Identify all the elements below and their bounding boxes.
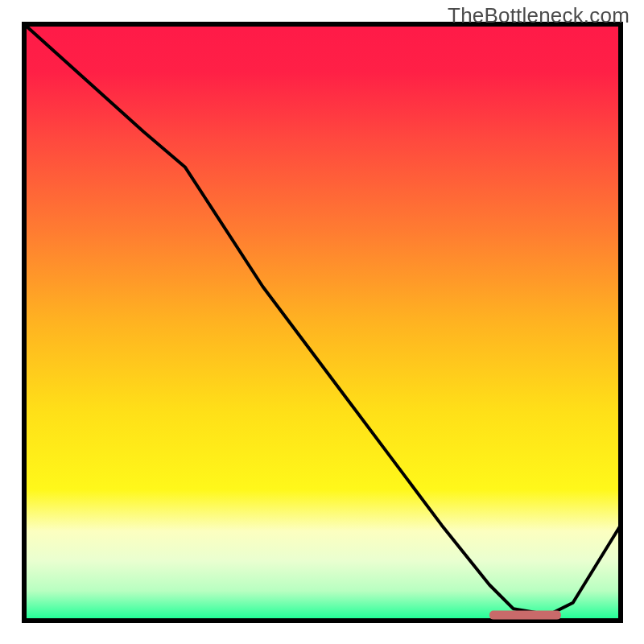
chart-stage: TheBottleneck.com	[0, 0, 644, 644]
gradient-background	[24, 24, 621, 621]
target-marker	[489, 611, 561, 620]
watermark-label: TheBottleneck.com	[448, 3, 630, 28]
bottleneck-chart	[0, 0, 644, 644]
